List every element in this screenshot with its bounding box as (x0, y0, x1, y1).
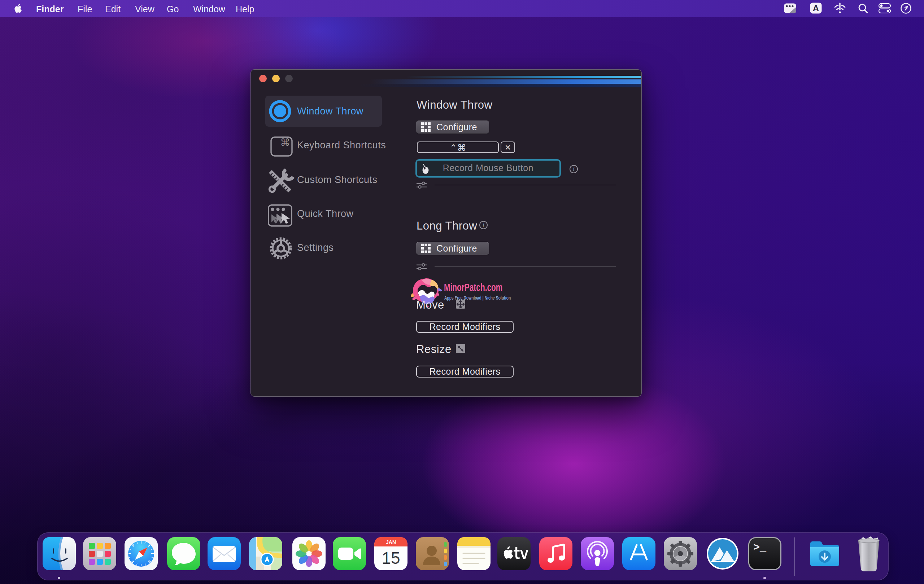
svg-text:A: A (813, 3, 819, 13)
svg-text:15: 15 (381, 549, 400, 568)
svg-text:JAN: JAN (386, 539, 396, 545)
svg-text:⌘: ⌘ (280, 137, 290, 148)
svg-text:>_: >_ (753, 541, 767, 554)
